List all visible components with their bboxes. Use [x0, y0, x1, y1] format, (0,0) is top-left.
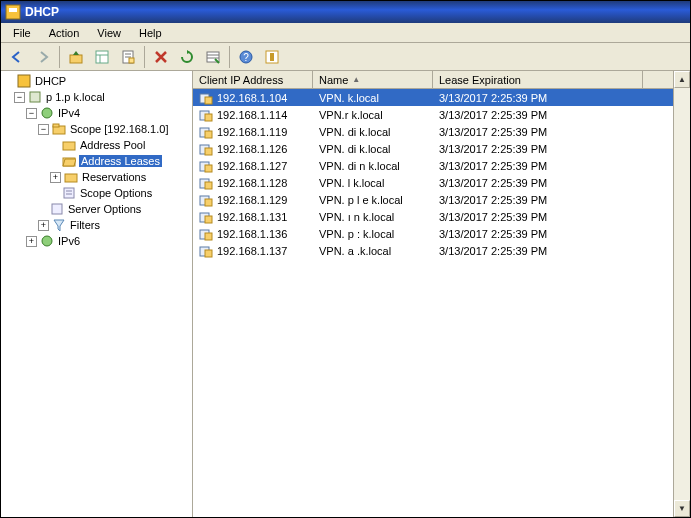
toolbar-separator [144, 46, 145, 68]
table-row[interactable]: 192.168.1.119VPN. di k.local3/13/2017 2:… [193, 123, 690, 140]
expand-toggle[interactable]: + [50, 172, 61, 183]
help-button[interactable]: ? [234, 45, 258, 69]
tree-label: Address Pool [79, 139, 146, 151]
svg-rect-17 [18, 75, 30, 87]
scroll-track[interactable] [674, 88, 690, 500]
cell-lease: 3/13/2017 2:25:39 PM [433, 227, 643, 241]
cell-ip: 192.168.1.137 [193, 243, 313, 259]
up-button[interactable] [64, 45, 88, 69]
lease-icon [199, 91, 213, 105]
tree-address-pool[interactable]: Address Pool [1, 137, 192, 153]
tree-label: p 1.p k.local [45, 91, 106, 103]
scroll-up-button[interactable]: ▲ [674, 71, 690, 88]
lease-icon [199, 244, 213, 258]
tree-reservations[interactable]: + Reservations [1, 169, 192, 185]
svg-rect-49 [205, 250, 212, 257]
column-label: Lease Expiration [439, 74, 521, 86]
cell-name: VPN. k.local [313, 91, 433, 105]
collapse-toggle[interactable]: − [14, 92, 25, 103]
list-body[interactable]: 192.168.1.104VPN. k.local3/13/2017 2:25:… [193, 89, 690, 517]
menu-action[interactable]: Action [41, 25, 88, 41]
svg-point-19 [42, 108, 52, 118]
table-row[interactable]: 192.168.1.136VPN. p : k.local3/13/2017 2… [193, 225, 690, 242]
tree-label: Scope [192.168.1.0] [69, 123, 169, 135]
ip-value: 192.168.1.114 [217, 109, 287, 121]
lease-value: 3/13/2017 2:25:39 PM [439, 211, 547, 223]
cell-lease: 3/13/2017 2:25:39 PM [433, 244, 643, 258]
cell-lease: 3/13/2017 2:25:39 PM [433, 91, 643, 105]
lease-icon [199, 159, 213, 173]
table-row[interactable]: 192.168.1.128VPN. l k.local3/13/2017 2:2… [193, 174, 690, 191]
properties-button[interactable] [116, 45, 140, 69]
forward-button[interactable] [31, 45, 55, 69]
column-label: Name [319, 74, 348, 86]
table-row[interactable]: 192.168.1.127VPN. di n k.local3/13/2017 … [193, 157, 690, 174]
lease-value: 3/13/2017 2:25:39 PM [439, 126, 547, 138]
tree-pane[interactable]: DHCP − p 1.p k.local [1, 71, 193, 517]
titlebar: DHCP [1, 1, 690, 23]
cell-name: VPN. l k.local [313, 176, 433, 190]
tree-server-options[interactable]: Server Options [1, 201, 192, 217]
back-button[interactable] [5, 45, 29, 69]
lease-icon [199, 108, 213, 122]
lease-value: 3/13/2017 2:25:39 PM [439, 245, 547, 257]
menu-help[interactable]: Help [131, 25, 170, 41]
refresh-button[interactable] [175, 45, 199, 69]
export-list-button[interactable] [201, 45, 225, 69]
table-row[interactable]: 192.168.1.131VPN. ı n k.local3/13/2017 2… [193, 208, 690, 225]
window-title: DHCP [25, 5, 59, 19]
cell-name: VPN. a .k.local [313, 244, 433, 258]
table-row[interactable]: 192.168.1.104VPN. k.local3/13/2017 2:25:… [193, 89, 690, 106]
column-header-name[interactable]: Name▲ [313, 71, 433, 88]
svg-rect-33 [205, 114, 212, 121]
svg-rect-35 [205, 131, 212, 138]
folder-icon [64, 170, 78, 184]
svg-text:?: ? [243, 52, 249, 63]
ip-value: 192.168.1.128 [217, 177, 287, 189]
menu-file[interactable]: File [5, 25, 39, 41]
list-header: Client IP Address Name▲ Lease Expiration [193, 71, 690, 89]
scroll-down-button[interactable]: ▼ [674, 500, 690, 517]
cell-name: VPN. ı n k.local [313, 210, 433, 224]
server-icon [28, 90, 42, 104]
tree-label: IPv6 [57, 235, 81, 247]
table-row[interactable]: 192.168.1.137VPN. a .k.local3/13/2017 2:… [193, 242, 690, 259]
tree-filters[interactable]: + Filters [1, 217, 192, 233]
collapse-toggle[interactable]: − [26, 108, 37, 119]
cell-ip: 192.168.1.131 [193, 209, 313, 225]
action2-icon [264, 49, 280, 65]
svg-rect-37 [205, 148, 212, 155]
console-tree[interactable]: DHCP − p 1.p k.local [1, 73, 192, 249]
tree-scope-options[interactable]: Scope Options [1, 185, 192, 201]
tree-root-dhcp[interactable]: DHCP [1, 73, 192, 89]
lease-icon [199, 176, 213, 190]
column-header-lease[interactable]: Lease Expiration [433, 71, 643, 88]
menu-view[interactable]: View [89, 25, 129, 41]
expand-toggle[interactable]: + [26, 236, 37, 247]
svg-rect-3 [96, 51, 108, 63]
options-icon [50, 202, 64, 216]
lease-icon [199, 227, 213, 241]
tree-server[interactable]: − p 1.p k.local [1, 89, 192, 105]
tree-ipv4[interactable]: − IPv4 [1, 105, 192, 121]
vertical-scrollbar[interactable]: ▲ ▼ [673, 71, 690, 517]
collapse-toggle[interactable]: − [38, 124, 49, 135]
table-row[interactable]: 192.168.1.126VPN. di k.local3/13/2017 2:… [193, 140, 690, 157]
tree-label: Scope Options [79, 187, 153, 199]
table-row[interactable]: 192.168.1.129VPN. p l e k.local3/13/2017… [193, 191, 690, 208]
show-hide-tree-button[interactable] [90, 45, 114, 69]
lease-value: 3/13/2017 2:25:39 PM [439, 92, 547, 104]
svg-rect-28 [52, 204, 62, 214]
export-list-icon [205, 49, 221, 65]
tree-label: Filters [69, 219, 101, 231]
column-header-ip[interactable]: Client IP Address [193, 71, 313, 88]
tree-address-leases[interactable]: Address Leases [1, 153, 192, 169]
action2-button[interactable] [260, 45, 284, 69]
tree-ipv6[interactable]: + IPv6 [1, 233, 192, 249]
table-row[interactable]: 192.168.1.114VPN.r k.local3/13/2017 2:25… [193, 106, 690, 123]
tree-scope[interactable]: − Scope [192.168.1.0] [1, 121, 192, 137]
expand-toggle[interactable]: + [38, 220, 49, 231]
svg-rect-45 [205, 216, 212, 223]
delete-button[interactable] [149, 45, 173, 69]
menubar: File Action View Help [1, 23, 690, 43]
